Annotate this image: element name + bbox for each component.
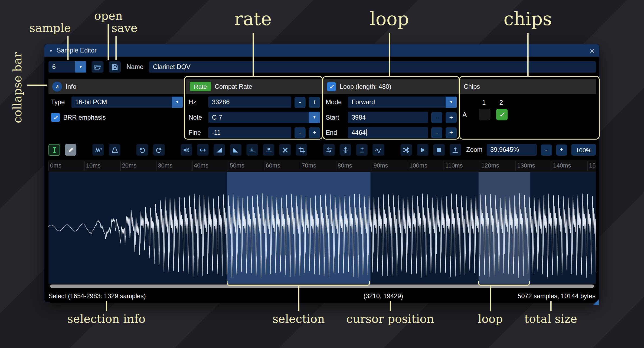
chevron-down-icon[interactable]: ▼ [309, 112, 320, 123]
annotation-loop-bracket [478, 281, 530, 286]
annotation-cursor-position-label: cursor position [346, 312, 434, 326]
fine-increase-button[interactable]: + [309, 127, 320, 138]
annotation-sample-label: sample [29, 21, 71, 35]
open-button[interactable] [91, 61, 103, 73]
loop-region[interactable] [479, 172, 530, 284]
delete-button[interactable] [279, 144, 291, 156]
upload-icon [452, 146, 459, 153]
hz-decrease-button[interactable]: - [295, 97, 306, 108]
annotation-save-label: save [112, 21, 138, 35]
annotation-chips-line [527, 33, 528, 76]
zoom-reset-button[interactable]: 100% [571, 144, 596, 156]
close-icon[interactable]: × [590, 46, 595, 55]
crop-icon [298, 146, 305, 153]
loop-mode-select[interactable]: Forward ▼ [348, 97, 457, 108]
annotation-sample-line [67, 36, 68, 60]
loop-end-value: 4464 [352, 129, 366, 136]
delete-x-icon [282, 146, 289, 153]
loop-end-input[interactable]: 4464 [348, 127, 428, 138]
amplify-button[interactable] [181, 144, 192, 156]
zoom-input[interactable]: 39.9645% [486, 144, 537, 156]
swap-arrows-icon [326, 146, 333, 153]
rate-button[interactable]: Rate [190, 82, 211, 91]
resize-button[interactable] [93, 144, 104, 156]
redo-button[interactable] [153, 144, 165, 156]
chip-a1-checkbox[interactable] [479, 109, 490, 120]
annotation-selection-label: selection [272, 312, 325, 326]
name-input[interactable]: Clarinet DQV [149, 61, 596, 73]
hz-value: 33286 [212, 99, 230, 106]
fine-decrease-button[interactable]: - [295, 127, 306, 138]
fine-input[interactable]: -11 [208, 127, 291, 138]
chip-a2-checkbox[interactable]: ✓ [496, 109, 508, 120]
titlebar[interactable]: ▼ Sample Editor × [44, 44, 599, 57]
rate-panel-title: Compat Rate [215, 83, 252, 90]
ruler-label: 20ms [122, 162, 137, 169]
normalize-button[interactable] [197, 144, 209, 156]
timeline-ruler[interactable]: 0ms10ms20ms30ms40ms50ms60ms70ms80ms90ms1… [48, 160, 596, 172]
window-collapse-icon[interactable]: ▼ [49, 48, 53, 53]
info-panel-title: Info [66, 83, 76, 90]
ruler-label: 150ms [589, 162, 596, 169]
folder-open-icon [94, 63, 101, 70]
apply-silence-button[interactable] [263, 144, 274, 156]
loop-enable-checkbox[interactable]: ✓ [327, 82, 336, 91]
fade-in-button[interactable] [214, 144, 225, 156]
loop-start-input[interactable]: 3984 [348, 112, 428, 123]
insert-silence-icon [249, 146, 256, 153]
ruler-label: 140ms [553, 162, 571, 169]
signed-unsigned-button[interactable] [356, 144, 368, 156]
silence-icon [265, 146, 272, 153]
fade-out-button[interactable] [230, 144, 241, 156]
chevron-down-icon[interactable]: ▼ [75, 61, 86, 73]
undo-button[interactable] [136, 144, 148, 156]
hz-increase-button[interactable]: + [309, 97, 320, 108]
chip-column-1-label: 1 [482, 99, 486, 106]
hz-input[interactable]: 33286 [208, 97, 291, 108]
loop-start-increase-button[interactable]: + [446, 112, 457, 123]
insert-silence-button[interactable] [246, 144, 258, 156]
chevron-down-icon[interactable]: ▼ [172, 97, 183, 108]
resample-button[interactable] [109, 144, 121, 156]
draw-tool-button[interactable] [65, 144, 77, 156]
loop-end-increase-button[interactable]: + [446, 127, 457, 138]
sample-number-select[interactable]: 6 ▼ [48, 61, 86, 73]
filter-button[interactable] [373, 144, 384, 156]
annotation-selection-bracket [227, 281, 370, 286]
reverse-button[interactable] [323, 144, 335, 156]
trim-button[interactable] [296, 144, 308, 156]
hz-label: Hz [188, 99, 205, 106]
collapse-info-button[interactable]: ∧ [52, 81, 62, 91]
ruler-label: 0ms [50, 162, 61, 169]
save-button[interactable] [109, 61, 121, 73]
invert-button[interactable] [340, 144, 351, 156]
ruler-tick [300, 161, 300, 171]
loop-panel-header: ✓ Loop (length: 480) [323, 79, 459, 94]
type-select[interactable]: 16-bit PCM ▼ [71, 97, 183, 108]
annotation-save-line [115, 36, 116, 60]
chevron-down-icon[interactable]: ▼ [446, 97, 457, 108]
speaker-icon [183, 146, 190, 153]
total-size-text: 5072 samples, 10144 bytes [518, 292, 596, 300]
type-label: Type [51, 99, 68, 106]
upload-button[interactable] [450, 144, 461, 156]
selection-region[interactable] [227, 172, 371, 284]
loop-start-label: Start [326, 114, 345, 121]
waveform-display[interactable] [48, 172, 596, 284]
crossfade-button[interactable] [400, 144, 412, 156]
ruler-tick [120, 161, 121, 171]
window-title: Sample Editor [57, 47, 97, 54]
zoom-out-button[interactable]: - [541, 144, 552, 155]
ruler-tick [156, 161, 157, 171]
zoom-in-button[interactable]: + [556, 144, 567, 155]
loop-start-decrease-button[interactable]: - [431, 112, 442, 123]
preview-button[interactable] [417, 144, 428, 156]
ruler-tick [551, 161, 552, 171]
loop-end-decrease-button[interactable]: - [431, 127, 442, 138]
stop-button[interactable] [433, 144, 445, 156]
note-select[interactable]: C-7 ▼ [208, 112, 320, 123]
select-tool-button[interactable] [48, 144, 60, 156]
toolbar: Zoom 39.9645% - + 100% [48, 144, 596, 156]
resize-grip[interactable] [593, 299, 599, 305]
brr-emphasis-checkbox[interactable]: ✓ [51, 113, 60, 122]
